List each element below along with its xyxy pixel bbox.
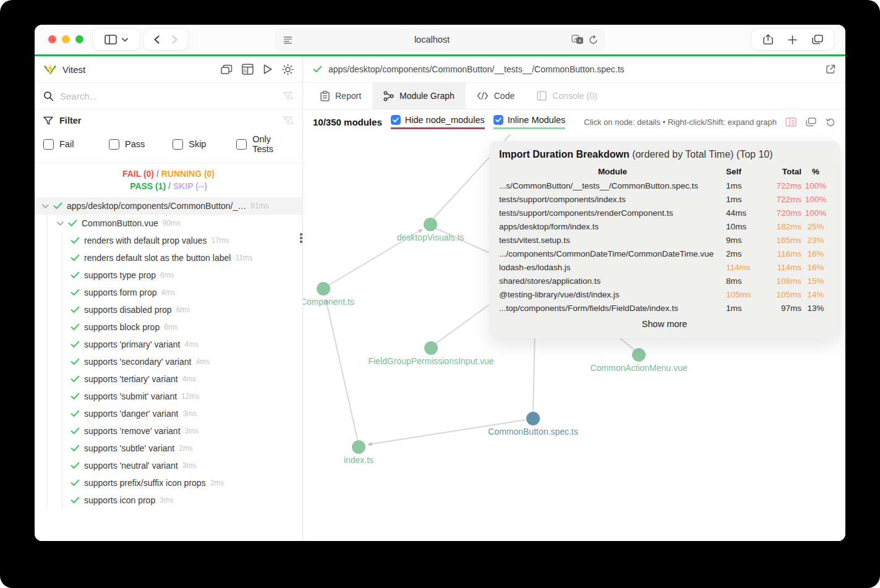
open-external-icon[interactable] <box>826 64 835 74</box>
graph-node-erComponent-ts[interactable] <box>317 282 330 296</box>
chevron-down-icon[interactable] <box>122 38 128 42</box>
breakdown-row[interactable]: lodash-es/lodash.js114ms114ms16% <box>499 261 830 275</box>
breakdown-module[interactable]: .../components/CommonDateTime/CommonDate… <box>499 247 726 261</box>
test-row[interactable]: supports 'secondary' variant4ms <box>35 353 302 370</box>
test-row[interactable]: supports 'submit' variant12ms <box>35 388 302 405</box>
test-row[interactable]: supports 'neutral' variant3ms <box>35 457 302 474</box>
test-time: 11ms <box>235 254 252 262</box>
reader-view-icon[interactable] <box>283 36 293 44</box>
sidebar: Vitest 31 Search... <box>35 56 303 541</box>
test-row[interactable]: renders default slot as the button label… <box>35 249 302 266</box>
test-row[interactable]: supports 'danger' variant3ms <box>35 405 302 422</box>
reload-icon[interactable] <box>589 35 598 45</box>
tree-row-file[interactable]: apps/desktop/components/CommonButton/_… … <box>35 197 302 215</box>
test-row[interactable]: supports disabled prop6ms <box>35 301 302 318</box>
test-row[interactable]: renders with default prop values17ms <box>35 232 302 249</box>
run-tests-icon[interactable] <box>263 64 273 75</box>
test-row[interactable]: supports 'primary' variant4ms <box>35 336 302 353</box>
console-icon <box>537 91 547 101</box>
share-icon[interactable] <box>763 34 773 45</box>
breakdown-row[interactable]: shared/stores/application.ts8ms108ms15% <box>499 275 830 288</box>
clear-filter-icon[interactable] <box>283 116 294 126</box>
breakdown-module[interactable]: tests/vitest.setup.ts <box>499 234 726 247</box>
sidebar-toggle-icon[interactable] <box>105 35 117 45</box>
checkbox-unchecked[interactable] <box>43 139 54 150</box>
zoom-window-button[interactable] <box>75 35 83 43</box>
url-text[interactable]: localhost <box>293 35 571 45</box>
tab-module-graph[interactable]: Module Graph <box>372 83 466 109</box>
breakdown-module[interactable]: tests/support/components/renderComponent… <box>499 207 726 220</box>
export-graph-icon[interactable] <box>806 117 816 127</box>
close-window-button[interactable] <box>48 35 56 43</box>
search-bar[interactable]: Search... <box>35 82 302 109</box>
show-more-button[interactable]: Show more <box>499 319 830 329</box>
theme-toggle-icon[interactable] <box>282 64 294 75</box>
test-row[interactable]: supports 'remove' variant3ms <box>35 422 302 440</box>
breakdown-module[interactable]: shared/stores/application.ts <box>499 275 726 288</box>
breakdown-module[interactable]: @testing-library/vue/dist/index.js <box>499 288 726 302</box>
breakdown-module[interactable]: lodash-es/lodash.js <box>499 261 726 275</box>
tree-row-suite[interactable]: CommonButton.vue 90ms <box>35 215 302 232</box>
reset-graph-icon[interactable] <box>826 117 835 127</box>
dashboard-icon[interactable]: 31 <box>242 64 254 75</box>
address-bar[interactable]: localhost Ax <box>276 29 604 50</box>
translate-icon[interactable]: Ax <box>571 35 584 45</box>
panel-resize-handle[interactable] <box>300 233 302 243</box>
filter-checkbox-pass[interactable]: Pass <box>109 134 173 154</box>
breakdown-row[interactable]: .../components/CommonDateTime/CommonDate… <box>499 247 830 261</box>
filter-checkbox-fail[interactable]: Fail <box>43 134 109 154</box>
breakdown-row[interactable]: apps/desktop/form/index.ts10ms182ms25% <box>499 220 830 234</box>
graph-node-CommonActionMenu-vue[interactable] <box>632 348 646 362</box>
breakdown-module[interactable]: ...s/CommonButton/__tests__/CommonButton… <box>499 179 726 193</box>
breakdown-row[interactable]: tests/vitest.setup.ts9ms165ms23% <box>499 234 830 247</box>
breakdown-module[interactable]: tests/support/components/index.ts <box>499 193 726 207</box>
breakdown-row[interactable]: @testing-library/vue/dist/index.js105ms1… <box>499 288 830 302</box>
test-row[interactable]: supports 'subtle' variant2ms <box>35 440 302 457</box>
test-row[interactable]: supports type prop6ms <box>35 266 302 284</box>
checkbox-label: Pass <box>125 139 145 149</box>
forward-button[interactable] <box>172 35 177 44</box>
module-graph-canvas[interactable]: Import Duration Breakdown (ordered by To… <box>303 134 845 541</box>
legend-icon[interactable] <box>785 117 797 127</box>
breakdown-row[interactable]: tests/support/components/index.ts1ms722m… <box>499 193 830 207</box>
tab-console[interactable]: Console (0) <box>526 83 608 109</box>
toggle-inline-modules[interactable]: Inline Modules <box>493 115 566 129</box>
test-row[interactable]: supports icon prop3ms <box>35 492 302 509</box>
test-row[interactable]: supports prefix/suffix icon props2ms <box>35 474 302 492</box>
graph-node-index-ts[interactable] <box>352 440 365 454</box>
breakdown-module[interactable]: ...top/components/Form/fields/FieldDate/… <box>499 302 726 315</box>
checkbox-unchecked[interactable] <box>109 139 119 150</box>
filter-checkbox-skip[interactable]: Skip <box>173 134 236 154</box>
clear-search-icon[interactable] <box>283 92 294 101</box>
minimize-window-button[interactable] <box>62 35 70 43</box>
graph-node-CommonButton-spec-ts[interactable] <box>526 412 540 425</box>
search-input[interactable]: Search... <box>60 91 277 101</box>
breakdown-module[interactable]: apps/desktop/form/index.ts <box>499 220 726 234</box>
chevron-down-icon[interactable] <box>57 221 64 226</box>
checkbox-unchecked[interactable] <box>173 139 183 150</box>
tab-report[interactable]: Report <box>309 83 372 109</box>
test-row[interactable]: supports 'tertiary' variant4ms <box>35 370 302 388</box>
toggle-hide-node-modules[interactable]: Hide node_modules <box>391 115 485 129</box>
test-row[interactable]: supports form prop4ms <box>35 284 302 301</box>
check-icon <box>53 202 62 210</box>
chevron-down-icon[interactable] <box>42 204 49 208</box>
test-row[interactable]: supports block prop6ms <box>35 318 302 336</box>
checkbox-checked[interactable] <box>493 115 503 125</box>
graph-node-desktopVisuals-ts[interactable] <box>424 218 437 231</box>
graph-node-FieldGroupPermissionsInput-vue[interactable] <box>424 341 438 355</box>
breakdown-row[interactable]: ...s/CommonButton/__tests__/CommonButton… <box>499 179 830 193</box>
sidebar-toggle-group[interactable] <box>93 29 140 50</box>
checkbox-unchecked[interactable] <box>236 139 247 150</box>
test-label: supports disabled prop <box>84 305 172 315</box>
back-button[interactable] <box>154 35 160 44</box>
checkbox-checked[interactable] <box>391 115 401 125</box>
breakdown-row[interactable]: ...top/components/Form/fields/FieldDate/… <box>499 302 830 315</box>
check-icon <box>70 462 80 469</box>
breakdown-row[interactable]: tests/support/components/renderComponent… <box>499 207 830 220</box>
new-tab-icon[interactable] <box>788 35 797 45</box>
collapse-panels-icon[interactable] <box>221 64 233 75</box>
tab-overview-icon[interactable] <box>812 35 823 45</box>
tab-code[interactable]: Code <box>466 83 526 109</box>
filter-checkbox-only-tests[interactable]: Only Tests <box>236 134 294 154</box>
